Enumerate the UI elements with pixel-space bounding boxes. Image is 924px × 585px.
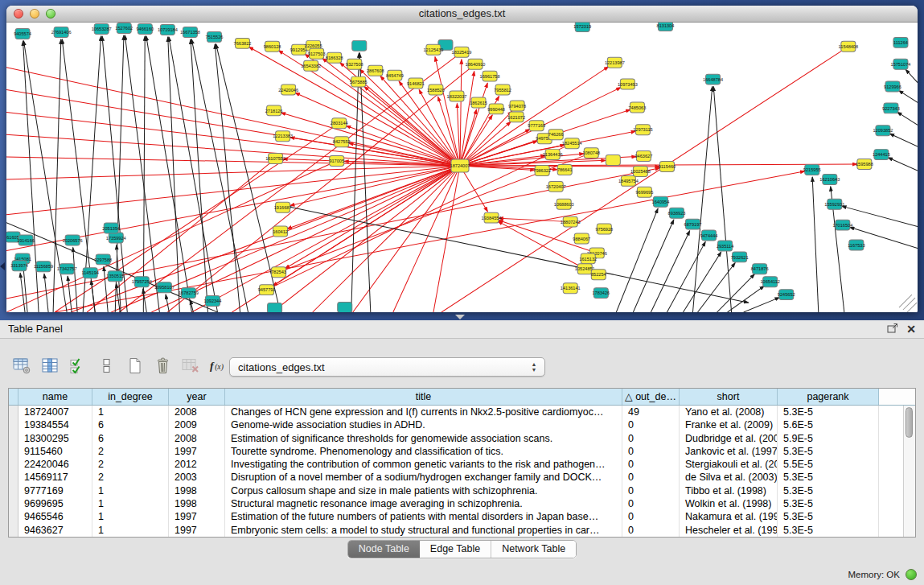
graph-node[interactable]: 9463627 xyxy=(634,151,652,162)
table-cell[interactable]: 9465546 xyxy=(18,510,92,523)
table-cell[interactable]: 0 xyxy=(622,484,680,497)
row-stack-icon[interactable] xyxy=(96,355,117,376)
graph-node[interactable]: 22420046 xyxy=(278,84,298,95)
function-builder-icon[interactable]: f(x) xyxy=(208,355,229,376)
column-header-title[interactable]: title xyxy=(225,389,622,405)
graph-node[interactable]: 1615132 xyxy=(579,253,597,264)
table-cell[interactable]: Hescheler et al. (1997) xyxy=(680,524,778,537)
graph-node[interactable]: 16107552 xyxy=(265,154,285,164)
graph-node[interactable]: 17016504 xyxy=(832,220,852,230)
table-cell[interactable]: Genome-wide association studies in ADHD. xyxy=(225,418,622,431)
table-cell[interactable]: 5.3E-5 xyxy=(778,510,879,523)
graph-node[interactable]: 7986322 xyxy=(533,166,551,176)
graph-node[interactable]: 9990448 xyxy=(487,104,505,114)
table-cell[interactable]: Stergiakouli et al. (2012) xyxy=(680,458,778,471)
graph-node[interactable]: 6879197 xyxy=(684,219,702,229)
graph-node[interactable]: 9756928 xyxy=(595,224,613,234)
network-canvas[interactable]: 9405574276914061065328715276029466160107… xyxy=(6,23,918,312)
column-header-out_de[interactable]: △ out_de… xyxy=(622,389,680,405)
graph-node[interactable]: 14136141 xyxy=(561,283,581,294)
graph-node[interactable]: 1914166 xyxy=(17,235,35,245)
table-cell[interactable]: Investigating the contribution of common… xyxy=(225,458,622,471)
graph-node[interactable]: 15751074 xyxy=(891,59,911,69)
memory-status-icon[interactable] xyxy=(906,569,917,580)
graph-node[interactable]: 19384554 xyxy=(482,212,502,223)
delete-column-icon[interactable] xyxy=(152,355,173,376)
graph-node[interactable]: 1572319 xyxy=(573,23,591,31)
graph-node[interactable]: 2803144 xyxy=(331,118,348,129)
table-cell[interactable]: 0 xyxy=(622,432,680,445)
graph-node[interactable]: 7955812 xyxy=(494,84,511,95)
graph-node[interactable]: 160412 xyxy=(273,226,288,237)
graph-node[interactable]: 10958107 xyxy=(154,282,175,293)
graph-node[interactable]: 11156859 xyxy=(34,262,53,272)
graph-node[interactable]: 12213383 xyxy=(273,131,293,142)
table-cell[interactable]: 0 xyxy=(622,497,680,510)
new-column-icon[interactable] xyxy=(124,355,145,376)
checklist-icon[interactable] xyxy=(68,355,88,376)
graph-node[interactable]: 9227343 xyxy=(882,103,900,113)
graph-node[interactable]: 5675885 xyxy=(350,76,368,87)
table-cell[interactable]: 18724007 xyxy=(18,406,92,418)
table-cell[interactable]: 5.3E-5 xyxy=(778,406,879,418)
graph-node[interactable]: 18245514 xyxy=(562,138,582,149)
table-cell[interactable]: 2012 xyxy=(169,458,225,471)
table-cell[interactable]: 9777169 xyxy=(18,484,92,497)
tab-edge-table[interactable]: Edge Table xyxy=(420,541,491,558)
table-cell[interactable]: 1997 xyxy=(169,524,225,537)
table-cell[interactable]: Estimation of the future numbers of pati… xyxy=(225,510,622,523)
table-cell[interactable]: 6 xyxy=(92,432,169,445)
graph-node[interactable]: 17342757 xyxy=(57,264,77,274)
graph-node[interactable]: 782543 xyxy=(271,267,286,278)
graph-node[interactable]: 10688603 xyxy=(554,199,574,209)
column-header-pagerank[interactable]: pagerank xyxy=(778,389,879,405)
graph-node[interactable]: 18724007 xyxy=(450,159,470,172)
graph-node[interactable]: 1145194 xyxy=(81,268,98,278)
table-cell[interactable]: Nakamura et al. (1997) xyxy=(680,510,778,523)
graph-node[interactable]: 917005 xyxy=(329,156,344,167)
graph-node[interactable] xyxy=(338,303,352,312)
graph-node[interactable]: 1640954 xyxy=(652,196,670,207)
table-cell[interactable]: 5.3E-5 xyxy=(778,484,879,497)
table-row[interactable]: 946554611997Estimation of the future num… xyxy=(9,510,903,523)
graph-node[interactable]: 1916687 xyxy=(274,202,292,212)
table-cell[interactable]: Changes of HCN gene expression and I(f) … xyxy=(225,406,622,418)
table-cell[interactable]: 6 xyxy=(92,418,169,431)
table-cell[interactable]: de Silva et al. (2003) xyxy=(680,471,778,484)
graph-node[interactable]: 18807243 xyxy=(561,216,581,227)
table-selector-dropdown[interactable]: citations_edges.txt ▲▼ xyxy=(229,357,545,377)
table-cell[interactable]: 2008 xyxy=(169,406,225,418)
graph-node[interactable]: 11548408 xyxy=(839,41,858,51)
graph-node[interactable]: 9405574 xyxy=(14,28,31,39)
table-cell[interactable]: 19384554 xyxy=(18,418,92,431)
table-cell[interactable]: 0 xyxy=(622,524,680,537)
table-cell[interactable]: Estimation of significance thresholds fo… xyxy=(225,432,622,445)
minimize-window-icon[interactable] xyxy=(30,9,39,19)
graph-node[interactable]: 2935114 xyxy=(717,241,733,251)
table-row[interactable]: 1830029562008Estimation of significance … xyxy=(9,432,903,445)
graph-node[interactable]: 8186328 xyxy=(326,52,343,63)
graph-node[interactable]: 1167533 xyxy=(848,240,864,250)
table-cell[interactable]: 0 xyxy=(622,445,680,458)
graph-node[interactable]: 9146821 xyxy=(407,78,425,89)
graph-node[interactable]: 18640910 xyxy=(466,59,486,69)
graph-node[interactable]: 9115460 xyxy=(659,162,676,172)
graph-node[interactable]: 9884067 xyxy=(573,233,590,244)
graph-node[interactable]: 2718126 xyxy=(265,105,283,116)
graph-node[interactable]: 1527602 xyxy=(115,23,133,33)
column-header-short[interactable]: short xyxy=(680,389,778,405)
graph-node[interactable]: 9129966 xyxy=(884,81,901,92)
column-header-name[interactable]: name xyxy=(18,389,92,405)
west-splitter-handle-icon[interactable] xyxy=(0,262,5,270)
graph-node[interactable]: 9297588 xyxy=(94,254,112,265)
graph-node[interactable]: 10653287 xyxy=(92,23,112,34)
table-cell[interactable]: Tibbo et al. (1998) xyxy=(680,484,778,497)
table-cell[interactable]: 0 xyxy=(622,458,680,471)
table-cell[interactable]: 0 xyxy=(622,510,680,523)
table-scrollbar[interactable] xyxy=(903,406,915,537)
graph-node[interactable]: 786641 xyxy=(557,165,573,175)
table-cell[interactable]: 5.3E-5 xyxy=(778,524,879,537)
float-panel-icon[interactable] xyxy=(887,322,898,336)
table-cell[interactable]: Corpus callosum shape and size in male p… xyxy=(225,484,622,497)
table-cell[interactable]: Structural magnetic resonance image aver… xyxy=(225,497,622,510)
